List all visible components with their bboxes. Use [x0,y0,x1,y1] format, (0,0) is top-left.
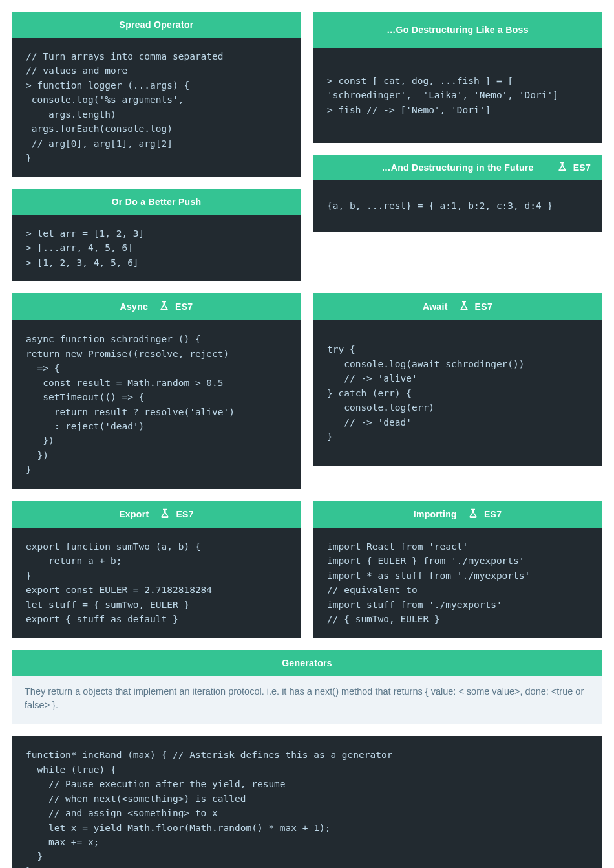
card-title: …Go Destructuring Like a Boss [386,25,529,35]
code-block: import React from 'react' import { EULER… [313,528,602,638]
code-block: export function sumTwo (a, b) { return a… [12,528,301,638]
card-generators: Generators They return a objects that im… [12,650,602,725]
es7-badge: ES7 [159,508,193,520]
card-spread-operator: Spread Operator // Turn arrays into comm… [12,12,301,177]
es7-badge: ES7 [458,301,492,312]
card-header: …And Destructuring in the Future ES7 [313,155,602,180]
card-title: …And Destructuring in the Future [381,162,533,173]
badge-text: ES7 [175,301,193,312]
code-block: {a, b, ...rest} = { a:1, b:2, c:3, d:4 } [313,180,602,231]
code-block: // Turn arrays into comma separated // v… [12,38,301,177]
card-better-push: Or Do a Better Push > let arr = [1, 2, 3… [12,189,301,281]
card-destructuring: …Go Destructuring Like a Boss > const [ … [313,12,602,143]
card-title: Spread Operator [120,19,194,30]
code-block: async function schrodinger () { return n… [12,320,301,489]
card-header: Generators [12,650,602,676]
badge-text: ES7 [573,162,591,173]
badge-text: ES7 [475,301,492,312]
card-header: Export ES7 [12,501,301,528]
card-header: Importing ES7 [313,501,602,528]
flask-icon [458,301,470,312]
flask-icon [159,508,171,520]
flask-icon [467,508,479,520]
es7-badge: ES7 [467,508,502,520]
code-block: > const [ cat, dog, ...fish ] = [ 'schro… [313,48,602,143]
card-header: Spread Operator [12,12,301,38]
flask-icon [158,301,170,312]
badge-text: ES7 [176,509,193,519]
card-title: Generators [282,658,332,668]
card-async: Async ES7 async function schrodinger () … [12,293,301,489]
card-header: …Go Destructuring Like a Boss [313,12,602,48]
flask-icon [556,162,568,173]
card-header: Async ES7 [12,293,301,320]
card-destructuring-future: …And Destructuring in the Future ES7 {a,… [313,155,602,231]
code-block: > let arr = [1, 2, 3] > [...arr, 4, 5, 6… [12,215,301,281]
es7-badge: ES7 [158,301,193,312]
card-importing: Importing ES7 import React from 'react' … [313,501,602,638]
es7-badge: ES7 [556,162,591,173]
card-description: They return a objects that implement an … [12,676,602,725]
code-block: try { console.log(await schrodinger()) /… [313,320,602,466]
card-title: Export [119,509,149,519]
card-title: Await [423,301,448,312]
card-generators-code-1: function* incRand (max) { // Asterisk de… [12,736,602,868]
card-export: Export ES7 export function sumTwo (a, b)… [12,501,301,638]
card-title: Or Do a Better Push [112,197,202,207]
card-await: Await ES7 try { console.log(await schrod… [313,293,602,466]
card-title: Importing [414,509,457,519]
card-title: Async [120,301,149,312]
code-block: function* incRand (max) { // Asterisk de… [12,736,602,868]
card-header: Await ES7 [313,293,602,320]
badge-text: ES7 [484,509,502,519]
card-header: Or Do a Better Push [12,189,301,215]
